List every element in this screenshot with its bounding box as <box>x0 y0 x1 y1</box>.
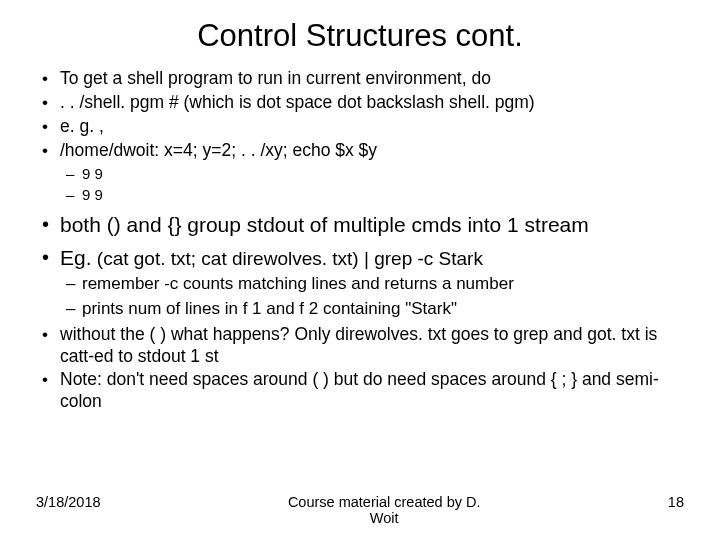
sub-bullet-item: 9 9 <box>66 185 684 205</box>
bullet-item: /home/dwoit: x=4; y=2; . . /xy; echo $x … <box>42 140 684 162</box>
sub-bullet-item: prints num of lines in f 1 and f 2 conta… <box>66 298 684 320</box>
footer-credit: Course material created by D. Woit <box>284 494 484 526</box>
bullet-item: without the ( ) what happens? Only direw… <box>42 324 684 368</box>
bullet-item: Eg. (cat got. txt; cat direwolves. txt) … <box>42 244 684 272</box>
bullet-item: To get a shell program to run in current… <box>42 68 684 90</box>
footer-page-number: 18 <box>668 494 684 510</box>
sub-bullet-list: remember -c counts matching lines and re… <box>36 273 684 319</box>
bullet-rest: (cat got. txt; cat direwolves. txt) | gr… <box>92 248 483 269</box>
slide: Control Structures cont. To get a shell … <box>0 0 720 540</box>
bullet-prefix: Eg. <box>60 246 92 269</box>
bullet-item: both () and {} group stdout of multiple … <box>42 211 684 238</box>
bullet-list: without the ( ) what happens? Only direw… <box>42 324 684 414</box>
bullet-list: both () and {} group stdout of multiple … <box>42 211 684 272</box>
bullet-item: . . /shell. pgm # (which is dot space do… <box>42 92 684 114</box>
footer-date: 3/18/2018 <box>36 494 101 510</box>
sub-bullet-item: remember -c counts matching lines and re… <box>66 273 684 295</box>
footer: 3/18/2018 Course material created by D. … <box>36 494 684 526</box>
sub-bullet-list: 9 9 9 9 <box>36 164 684 205</box>
page-title: Control Structures cont. <box>36 18 684 54</box>
sub-bullet-item: 9 9 <box>66 164 684 184</box>
bullet-list: To get a shell program to run in current… <box>42 68 684 162</box>
bullet-item: Note: don't need spaces around ( ) but d… <box>42 369 684 413</box>
bullet-item: e. g. , <box>42 116 684 138</box>
